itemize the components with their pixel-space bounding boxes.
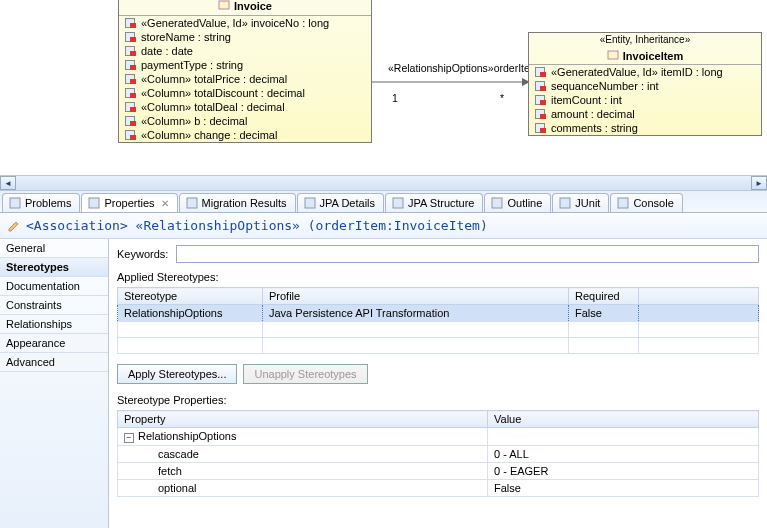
- class-icon: [607, 49, 619, 63]
- sidebar-item-appearance[interactable]: Appearance: [0, 334, 108, 353]
- svg-rect-11: [618, 198, 628, 208]
- class-name: InvoiceItem: [623, 50, 684, 62]
- relationship-label[interactable]: «RelationshipOptions»orderItem: [388, 62, 539, 74]
- tab-console[interactable]: Console: [610, 193, 682, 212]
- attribute-row[interactable]: amount : decimal: [529, 107, 761, 121]
- table-row[interactable]: optional False: [118, 480, 759, 497]
- cell: −RelationshipOptions: [118, 428, 488, 446]
- tab-label: JUnit: [575, 197, 600, 209]
- svg-rect-4: [10, 198, 20, 208]
- col-stereotype[interactable]: Stereotype: [118, 288, 263, 305]
- attribute-text: date : date: [141, 45, 193, 57]
- tab-icon: [559, 197, 571, 209]
- attribute-text: sequanceNumber : int: [551, 80, 659, 92]
- cell: False: [569, 305, 639, 322]
- table-row[interactable]: −RelationshipOptions: [118, 428, 759, 446]
- cell: fetch: [118, 463, 488, 480]
- svg-rect-8: [393, 198, 403, 208]
- apply-stereotypes-button[interactable]: Apply Stereotypes...: [117, 364, 237, 384]
- sidebar-item-constraints[interactable]: Constraints: [0, 296, 108, 315]
- attribute-row[interactable]: itemCount : int: [529, 93, 761, 107]
- table-row[interactable]: RelationshipOptions Java Persistence API…: [118, 305, 759, 322]
- attribute-icon: [125, 88, 137, 98]
- tab-migration-results[interactable]: Migration Results: [179, 193, 296, 212]
- close-icon[interactable]: ✕: [161, 198, 169, 209]
- table-row[interactable]: [118, 338, 759, 354]
- sidebar-item-stereotypes[interactable]: Stereotypes: [0, 258, 108, 277]
- tab-jpa-structure[interactable]: JPA Structure: [385, 193, 483, 212]
- class-box-invoiceitem[interactable]: «Entity, Inheritance» InvoiceItem «Gener…: [528, 32, 762, 136]
- col-value[interactable]: Value: [488, 411, 759, 428]
- views-tab-bar: ProblemsProperties✕Migration ResultsJPA …: [0, 191, 767, 213]
- multiplicity-target: *: [500, 92, 504, 104]
- attribute-icon: [125, 60, 137, 70]
- attribute-row[interactable]: «Column» totalPrice : decimal: [119, 72, 371, 86]
- attribute-icon: [125, 116, 137, 126]
- stereotype-properties-table[interactable]: Property Value −RelationshipOptions casc…: [117, 410, 759, 497]
- tab-icon: [617, 197, 629, 209]
- scroll-right-arrow[interactable]: ►: [751, 176, 767, 190]
- uml-diagram-canvas[interactable]: «RelationshipOptions»orderItem 1 * Invoi…: [0, 0, 767, 175]
- cell: [639, 305, 759, 322]
- table-row[interactable]: cascade 0 - ALL: [118, 446, 759, 463]
- table-row[interactable]: fetch 0 - EAGER: [118, 463, 759, 480]
- attribute-row[interactable]: «Column» totalDiscount : decimal: [119, 86, 371, 100]
- tab-outline[interactable]: Outline: [484, 193, 551, 212]
- attribute-text: comments : string: [551, 122, 638, 134]
- col-profile[interactable]: Profile: [263, 288, 569, 305]
- attribute-row[interactable]: storeName : string: [119, 30, 371, 44]
- horizontal-scrollbar[interactable]: ◄ ►: [0, 175, 767, 191]
- tab-icon: [88, 197, 100, 209]
- attribute-text: amount : decimal: [551, 108, 635, 120]
- collapse-icon[interactable]: −: [124, 433, 134, 443]
- attribute-row[interactable]: comments : string: [529, 121, 761, 135]
- cell: cascade: [118, 446, 488, 463]
- attribute-row[interactable]: paymentType : string: [119, 58, 371, 72]
- col-property[interactable]: Property: [118, 411, 488, 428]
- sidebar-item-general[interactable]: General: [0, 239, 108, 258]
- tab-label: Outline: [507, 197, 542, 209]
- attribute-text: «Column» totalDiscount : decimal: [141, 87, 305, 99]
- multiplicity-source: 1: [392, 92, 398, 104]
- attribute-row[interactable]: «Column» totalDeal : decimal: [119, 100, 371, 114]
- tab-junit[interactable]: JUnit: [552, 193, 609, 212]
- cell: RelationshipOptions: [118, 305, 263, 322]
- tree-root-label: RelationshipOptions: [138, 430, 236, 442]
- scroll-left-arrow[interactable]: ◄: [0, 176, 16, 190]
- attribute-text: «GeneratedValue, Id» itemID : long: [551, 66, 723, 78]
- class-box-invoice[interactable]: Invoice «GeneratedValue, Id» invoiceNo :…: [118, 0, 372, 143]
- attribute-icon: [125, 32, 137, 42]
- selection-title: <Association> «RelationshipOptions» (ord…: [26, 218, 488, 233]
- col-required[interactable]: Required: [569, 288, 639, 305]
- applied-stereotypes-label: Applied Stereotypes:: [117, 271, 759, 283]
- applied-stereotypes-table[interactable]: Stereotype Profile Required Relationship…: [117, 287, 759, 354]
- attribute-icon: [125, 46, 137, 56]
- attribute-row[interactable]: sequanceNumber : int: [529, 79, 761, 93]
- property-title-bar: <Association> «RelationshipOptions» (ord…: [0, 213, 767, 239]
- cell: 0 - ALL: [488, 446, 759, 463]
- attribute-row[interactable]: «Column» b : decimal: [119, 114, 371, 128]
- attribute-row[interactable]: date : date: [119, 44, 371, 58]
- tab-icon: [304, 197, 316, 209]
- attribute-row[interactable]: «Column» change : decimal: [119, 128, 371, 142]
- tab-label: Problems: [25, 197, 71, 209]
- tab-jpa-details[interactable]: JPA Details: [297, 193, 384, 212]
- tab-label: JPA Details: [320, 197, 375, 209]
- tab-icon: [392, 197, 404, 209]
- cell: [488, 428, 759, 446]
- tab-problems[interactable]: Problems: [2, 193, 80, 212]
- sidebar-item-advanced[interactable]: Advanced: [0, 353, 108, 372]
- scroll-track[interactable]: [16, 176, 751, 190]
- sidebar-item-relationships[interactable]: Relationships: [0, 315, 108, 334]
- attribute-row[interactable]: «GeneratedValue, Id» invoiceNo : long: [119, 16, 371, 30]
- tab-icon: [9, 197, 21, 209]
- keywords-input[interactable]: [176, 245, 759, 263]
- svg-rect-3: [608, 51, 618, 59]
- svg-rect-2: [219, 1, 229, 9]
- sidebar-item-documentation[interactable]: Documentation: [0, 277, 108, 296]
- table-row[interactable]: [118, 322, 759, 338]
- tab-properties[interactable]: Properties✕: [81, 193, 177, 212]
- svg-rect-5: [89, 198, 99, 208]
- unapply-stereotypes-button[interactable]: Unapply Stereotypes: [243, 364, 367, 384]
- attribute-row[interactable]: «GeneratedValue, Id» itemID : long: [529, 65, 761, 79]
